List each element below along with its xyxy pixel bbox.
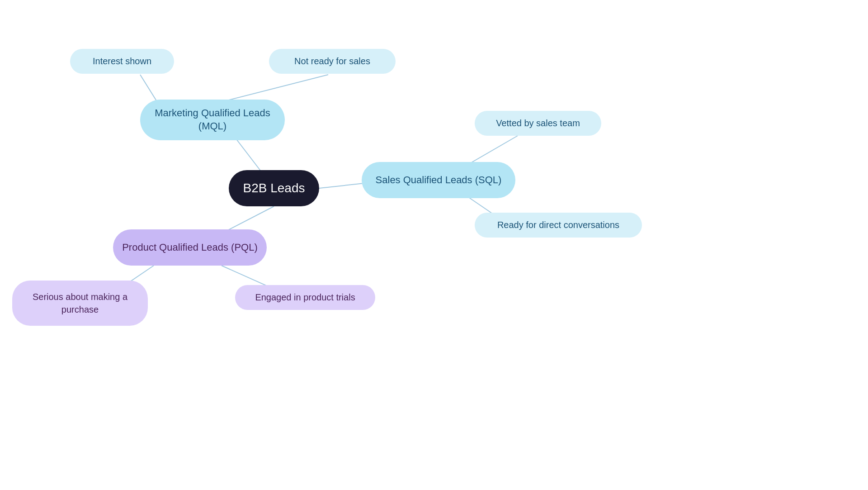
mql-node-label: Marketing Qualified Leads (MQL)	[155, 107, 270, 133]
ready-direct-node[interactable]: Ready for direct conversations	[475, 213, 642, 238]
interest-shown-label: Interest shown	[93, 56, 151, 67]
center-node[interactable]: B2B Leads	[229, 170, 319, 206]
center-node-label: B2B Leads	[243, 181, 305, 195]
pql-node[interactable]: Product Qualified Leads (PQL)	[113, 229, 267, 266]
engaged-label: Engaged in product trials	[255, 292, 355, 303]
pql-node-label: Product Qualified Leads (PQL)	[122, 242, 258, 253]
not-ready-node[interactable]: Not ready for sales	[269, 49, 396, 74]
serious-label: Serious about making a purchase	[23, 290, 137, 316]
ready-direct-label: Ready for direct conversations	[497, 220, 619, 230]
vetted-label: Vetted by sales team	[496, 118, 580, 128]
vetted-node[interactable]: Vetted by sales team	[475, 111, 601, 136]
not-ready-label: Not ready for sales	[294, 56, 370, 67]
interest-shown-node[interactable]: Interest shown	[70, 49, 174, 74]
mql-node[interactable]: Marketing Qualified Leads (MQL)	[140, 100, 285, 140]
svg-line-4	[222, 75, 328, 102]
sql-node[interactable]: Sales Qualified Leads (SQL)	[362, 162, 515, 198]
sql-node-label: Sales Qualified Leads (SQL)	[376, 174, 502, 186]
engaged-node[interactable]: Engaged in product trials	[235, 285, 375, 310]
serious-node[interactable]: Serious about making a purchase	[12, 281, 148, 326]
